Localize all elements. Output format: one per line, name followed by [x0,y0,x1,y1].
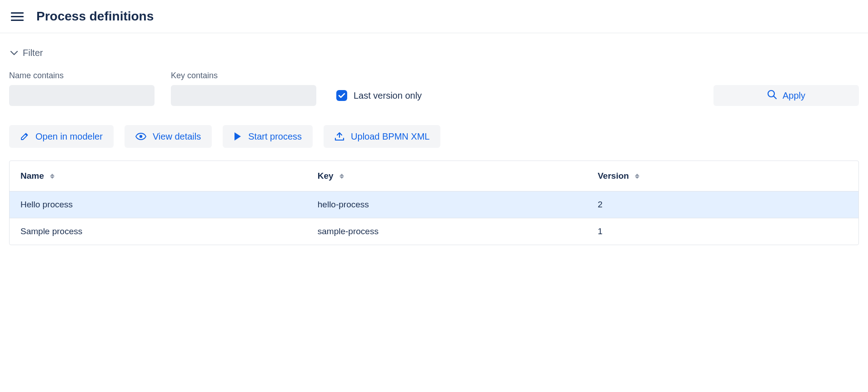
key-contains-input[interactable] [171,85,316,106]
name-contains-label: Name contains [9,71,155,80]
column-header-name[interactable]: Name [10,161,307,191]
last-version-checkbox[interactable] [336,90,347,101]
menu-icon[interactable] [11,10,24,23]
chevron-down-icon [10,49,18,57]
filter-toggle[interactable]: Filter [9,48,859,58]
start-process-label: Start process [248,131,302,142]
column-header-key[interactable]: Key [307,161,587,191]
key-contains-label: Key contains [171,71,316,80]
apply-label: Apply [783,90,805,101]
start-process-button[interactable]: Start process [223,125,313,148]
last-version-label: Last version only [354,90,422,101]
upload-bpmn-label: Upload BPMN XML [351,131,429,142]
name-contains-input[interactable] [9,85,155,106]
table-row[interactable]: Hello process hello-process 2 [10,191,858,218]
eye-icon [135,133,146,140]
svg-line-1 [773,96,776,99]
cell-name: Hello process [10,191,307,218]
open-in-modeler-label: Open in modeler [35,131,103,142]
play-icon [234,132,242,141]
cell-name: Sample process [10,218,307,245]
cell-key: hello-process [307,191,587,218]
sort-icon [50,174,55,179]
sort-icon [635,174,639,179]
page-title: Process definitions [36,9,154,24]
column-header-version[interactable]: Version [587,161,858,191]
open-in-modeler-button[interactable]: Open in modeler [9,125,114,148]
search-icon [767,90,777,102]
apply-button[interactable]: Apply [713,85,859,106]
svg-point-2 [140,135,142,138]
cell-key: sample-process [307,218,587,245]
cell-version: 1 [587,218,858,245]
process-table: Name Key Version Hello process [9,161,859,245]
cell-version: 2 [587,191,858,218]
filter-label: Filter [23,48,43,58]
pencil-icon [20,132,29,141]
table-row[interactable]: Sample process sample-process 1 [10,218,858,245]
upload-bpmn-button[interactable]: Upload BPMN XML [324,125,440,148]
sort-icon [339,174,344,179]
view-details-button[interactable]: View details [125,125,212,148]
upload-icon [334,132,344,141]
view-details-label: View details [153,131,201,142]
